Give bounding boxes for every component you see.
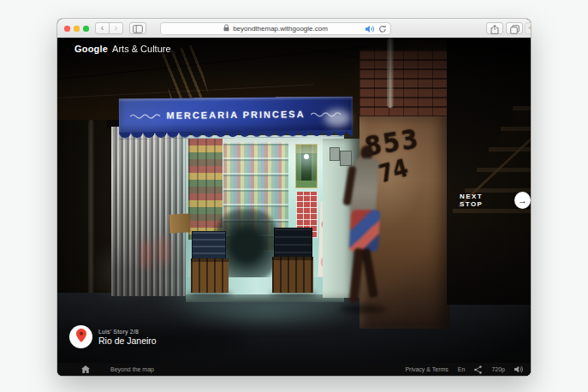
city-name-text: Rio de Janeiro (98, 336, 157, 346)
share-alt-button[interactable] (474, 365, 482, 374)
footer-home-label[interactable]: Beyond the map (110, 366, 154, 372)
sign-text: MERCEARIA PRINCESA (166, 109, 305, 121)
story-progress-text: Luis' Story 2/8 (98, 329, 157, 335)
pin-icon (76, 329, 86, 346)
home-icon (81, 365, 90, 373)
share-icon (487, 25, 502, 34)
wave-decoration-icon (130, 108, 161, 123)
volume-icon (514, 365, 524, 373)
next-stop-button[interactable]: NEXT STOP → (460, 192, 531, 209)
next-arrow-icon: → (514, 192, 531, 209)
tab-overview-button[interactable] (506, 22, 523, 34)
white-pipe (387, 38, 394, 108)
back-button[interactable]: ‹ (95, 22, 110, 34)
google-arts-culture-logo[interactable]: Google Arts & Culture (74, 44, 171, 54)
quality-selector[interactable]: 720p (491, 366, 505, 372)
next-stop-label: NEXT STOP (460, 193, 507, 208)
location-chip[interactable]: Luis' Story 2/8 Rio de Janeiro (69, 325, 157, 348)
sidebar-button[interactable] (129, 22, 146, 34)
cardboard-box (169, 213, 190, 233)
tab-overview-icon (507, 25, 522, 34)
plastic-crate (274, 228, 312, 258)
streetview-viewport[interactable]: MERCEARIA PRINCESA 853 74 (57, 38, 531, 376)
light-glare (324, 110, 350, 127)
electric-meter-box (330, 147, 340, 161)
share-button[interactable] (486, 22, 503, 34)
footer-bar: Beyond the map Privacy & Terms En 720p (57, 363, 531, 376)
share-alt-icon (474, 365, 482, 374)
shop-lightbulb (304, 154, 309, 159)
person-shorts (349, 210, 381, 252)
reload-icon[interactable] (378, 25, 387, 35)
brick-band (359, 50, 449, 120)
browser-window: ‹ › beyondthemap.withgoogle.com (57, 19, 531, 376)
red-reflection (141, 240, 151, 269)
wooden-crate (191, 258, 229, 293)
zoom-window-button[interactable] (83, 26, 89, 32)
green-bottle-poster (295, 144, 318, 188)
plastic-crate (192, 231, 226, 260)
corrugated-metal-gate (111, 127, 186, 296)
minimize-window-button[interactable] (74, 26, 80, 32)
forward-button[interactable]: › (109, 22, 123, 34)
home-button[interactable] (81, 365, 90, 373)
url-text: beyondthemap.withgoogle.com (233, 25, 328, 33)
red-reflection (158, 236, 169, 265)
privacy-terms-link[interactable]: Privacy & Terms (405, 366, 448, 372)
screenshot-stage: ‹ › beyondthemap.withgoogle.com (0, 0, 588, 392)
wooden-crate (272, 257, 313, 293)
close-window-button[interactable] (64, 26, 70, 32)
lock-icon[interactable] (223, 24, 229, 33)
address-bar[interactable]: beyondthemap.withgoogle.com (160, 22, 391, 35)
tab-audio-icon[interactable] (365, 25, 375, 35)
walking-person (340, 142, 387, 312)
browser-toolbar: ‹ › beyondthemap.withgoogle.com (57, 19, 531, 39)
stair-step (477, 168, 531, 188)
language-selector[interactable]: En (458, 366, 466, 372)
logo-brand-text: Google (74, 44, 108, 54)
volume-button[interactable] (514, 365, 524, 373)
logo-suffix-text: Arts & Culture (112, 44, 170, 54)
stair-step (513, 106, 531, 127)
pin-badge (69, 325, 92, 348)
new-tab-button[interactable]: + (525, 22, 531, 34)
sidebar-icon (130, 25, 146, 33)
person-leg (361, 248, 378, 299)
storefront-sign: MERCEARIA PRINCESA (119, 97, 353, 134)
stair-step (453, 209, 531, 229)
